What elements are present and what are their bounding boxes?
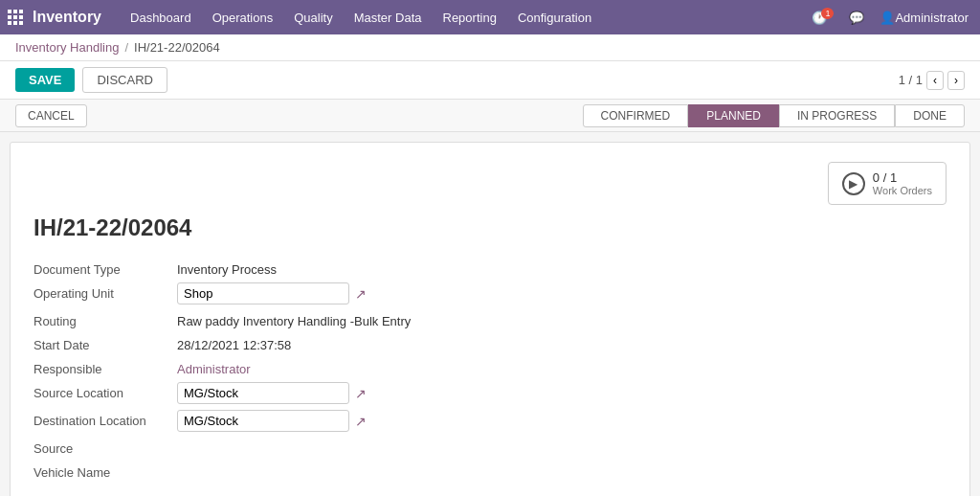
navbar: Inventory Dashboard Operations Quality M… xyxy=(0,0,980,34)
destination-location-label: Destination Location xyxy=(33,410,167,432)
destination-location-input[interactable] xyxy=(177,410,349,432)
discard-button[interactable]: DISCARD xyxy=(82,67,167,93)
breadcrumb: Inventory Handling / IH/21-22/02064 xyxy=(0,34,980,61)
source-location-label: Source Location xyxy=(33,382,167,404)
clock-icon[interactable]: 🕐1 xyxy=(808,9,837,27)
pagination: 1 / 1 ‹ › xyxy=(899,71,965,90)
source-label: Source xyxy=(33,438,167,456)
routing-value: Raw paddy Inventory Handling -Bulk Entry xyxy=(177,310,560,328)
destination-location-link-icon[interactable]: ↗ xyxy=(355,414,367,429)
breadcrumb-separator: / xyxy=(124,40,128,55)
prev-button[interactable]: ‹ xyxy=(926,71,944,90)
apps-icon[interactable] xyxy=(8,10,23,25)
cancel-button[interactable]: CANCEL xyxy=(15,104,87,127)
source-location-input[interactable] xyxy=(177,382,349,404)
nav-dashboard[interactable]: Dashboard xyxy=(121,7,201,29)
navbar-right: 🕐1 💬 👤 Administrator xyxy=(808,9,972,27)
svg-rect-7 xyxy=(13,21,17,25)
breadcrumb-parent[interactable]: Inventory Handling xyxy=(15,40,119,55)
nav-operations[interactable]: Operations xyxy=(203,7,283,29)
doc-type-label: Document Type xyxy=(33,259,167,277)
status-in-progress[interactable]: IN PROGRESS xyxy=(779,104,895,127)
chat-icon[interactable]: 💬 xyxy=(845,9,868,27)
svg-rect-3 xyxy=(8,15,11,19)
status-done[interactable]: DONE xyxy=(895,104,965,127)
work-orders-play-icon: ▶ xyxy=(842,172,865,195)
operating-unit-link-icon[interactable]: ↗ xyxy=(355,286,367,302)
main-content: ▶ 0 / 1 Work Orders IH/21-22/02064 Docum… xyxy=(10,142,970,496)
operating-unit-label: Operating Unit xyxy=(33,282,167,304)
status-steps: CONFIRMED PLANNED IN PROGRESS DONE xyxy=(583,104,965,127)
svg-rect-8 xyxy=(19,21,23,25)
form-fields: Document Type Inventory Process Operatin… xyxy=(33,259,560,480)
svg-rect-4 xyxy=(13,15,17,19)
user-menu[interactable]: 👤 Administrator xyxy=(876,9,972,27)
nav-quality[interactable]: Quality xyxy=(284,7,342,29)
source-value xyxy=(177,438,560,456)
status-bar: CANCEL CONFIRMED PLANNED IN PROGRESS DON… xyxy=(0,100,980,132)
nav-configuration[interactable]: Configuration xyxy=(508,7,601,29)
doc-type-value: Inventory Process xyxy=(177,259,560,277)
source-location-link-icon[interactable]: ↗ xyxy=(355,386,367,401)
breadcrumb-current: IH/21-22/02064 xyxy=(134,40,220,55)
start-date-label: Start Date xyxy=(33,334,167,352)
responsible-label: Responsible xyxy=(33,358,167,376)
responsible-value[interactable]: Administrator xyxy=(177,358,560,376)
work-orders-widget[interactable]: ▶ 0 / 1 Work Orders xyxy=(828,162,947,205)
nav-master-data[interactable]: Master Data xyxy=(345,7,432,29)
nav-menu: Dashboard Operations Quality Master Data… xyxy=(121,7,808,29)
save-button[interactable]: SAVE xyxy=(15,68,75,92)
vehicle-name-label: Vehicle Name xyxy=(33,462,167,480)
user-name: Administrator xyxy=(895,11,969,25)
notification-badge: 1 xyxy=(821,8,834,19)
status-planned[interactable]: PLANNED xyxy=(688,104,779,127)
svg-rect-1 xyxy=(13,10,17,13)
pagination-text: 1 / 1 xyxy=(899,73,923,87)
destination-location-wrap: ↗ xyxy=(177,410,560,432)
work-orders-label: Work Orders xyxy=(873,185,932,196)
svg-rect-5 xyxy=(19,15,23,19)
work-orders-count: 0 / 1 xyxy=(873,170,932,185)
start-date-value: 28/12/2021 12:37:58 xyxy=(177,334,560,352)
operating-unit-wrap: ↗ xyxy=(177,282,560,304)
brand-name: Inventory xyxy=(33,9,101,26)
next-button[interactable]: › xyxy=(947,71,965,90)
source-location-wrap: ↗ xyxy=(177,382,560,404)
operating-unit-input[interactable] xyxy=(177,282,349,304)
svg-rect-6 xyxy=(8,21,11,25)
vehicle-name-value xyxy=(177,462,560,480)
nav-reporting[interactable]: Reporting xyxy=(434,7,506,29)
form-title: IH/21-22/02064 xyxy=(33,214,947,241)
action-bar: SAVE DISCARD 1 / 1 ‹ › xyxy=(0,61,980,100)
status-confirmed[interactable]: CONFIRMED xyxy=(583,104,689,127)
routing-label: Routing xyxy=(33,310,167,328)
svg-rect-0 xyxy=(8,10,11,13)
svg-rect-2 xyxy=(19,10,23,13)
